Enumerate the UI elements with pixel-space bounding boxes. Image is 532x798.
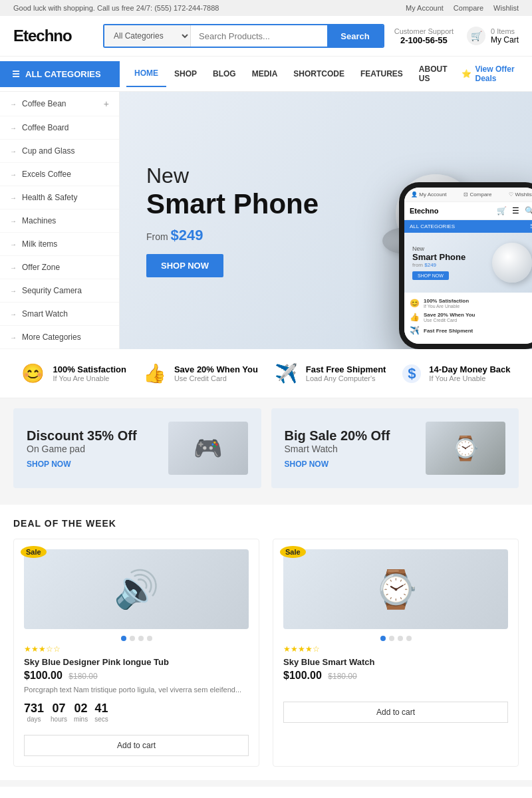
all-categories-button[interactable]: ☰ ALL CATEGORIES bbox=[0, 61, 120, 87]
hero-line1: New bbox=[146, 164, 319, 188]
feature-save-sub: Use Credit Card bbox=[174, 374, 258, 382]
deal-stars-2: ★★★★☆ bbox=[283, 644, 508, 654]
deal-name-2: Sky Blue Smart Watch bbox=[283, 657, 508, 667]
nav-features[interactable]: FEATURES bbox=[352, 61, 411, 86]
phone-hero-section: New Smart Phone from $249 SHOP NOW bbox=[404, 233, 532, 293]
cart-label: My Cart bbox=[491, 35, 519, 45]
dot-2-3 bbox=[398, 636, 403, 641]
category-select[interactable]: All Categories bbox=[104, 25, 191, 47]
feature-money-text: 14-Day Money Back If You Are Unable bbox=[429, 364, 510, 382]
deal-add-cart-btn-1[interactable]: Add to cart bbox=[24, 735, 249, 756]
nav-shop[interactable]: SHOP bbox=[166, 61, 205, 86]
phone-satisfaction-icon: 😊 bbox=[410, 299, 420, 308]
header: Etechno All Categories Search Customer S… bbox=[0, 16, 532, 57]
phone-logo: Etechno bbox=[410, 207, 438, 215]
dot-2-4 bbox=[406, 636, 412, 641]
search-button[interactable]: Search bbox=[327, 25, 382, 47]
phone-menu-icon: ☰ bbox=[512, 206, 519, 215]
phone-header: Etechno 🛒 ☰ 🔍 bbox=[404, 202, 532, 220]
count-hours-num: 07 bbox=[51, 702, 67, 716]
promo-smartwatch-image: ⌚ bbox=[426, 422, 505, 475]
count-days-label: days bbox=[24, 716, 44, 723]
compare-link[interactable]: Compare bbox=[454, 4, 483, 12]
deal-old-price-1: $180.00 bbox=[68, 672, 97, 681]
phone-compare: ⊡ Compare bbox=[464, 192, 491, 198]
support-number: 2-100-56-55 bbox=[394, 35, 454, 45]
nav-media[interactable]: MEDIA bbox=[244, 61, 286, 86]
dot-indicators-2 bbox=[283, 636, 508, 641]
phone-topbar: 👤 My Account ⊡ Compare ♡ Wishlist bbox=[404, 188, 532, 202]
sidebar-item-smart-watch[interactable]: →Smart Watch bbox=[0, 303, 119, 326]
phone-speaker-image bbox=[492, 243, 532, 283]
hero-banner: New Smart Phone From $249 SHOP NOW 👤 My … bbox=[120, 92, 532, 349]
deal-stars-1: ★★★☆☆ bbox=[24, 644, 249, 654]
nav-about[interactable]: ABOUT US bbox=[411, 57, 456, 91]
deal-section-title: DEAL OF THE WEEK bbox=[13, 518, 519, 529]
wishlist-link[interactable]: Wishlist bbox=[493, 4, 519, 12]
sidebar-item-machines[interactable]: →Machines bbox=[0, 209, 119, 233]
deal-add-cart-btn-2[interactable]: Add to cart bbox=[283, 702, 508, 723]
sidebar-item-excels-coffee[interactable]: →Excels Coffee bbox=[0, 163, 119, 186]
phone-ship-title: Fast Free Shipment bbox=[424, 328, 473, 334]
deal-of-week-section: DEAL OF THE WEEK Sale 🔊 ★★★☆☆ Sky Blue D… bbox=[0, 505, 532, 780]
dot-indicators-1 bbox=[24, 636, 249, 641]
deal-price-2: $100.00 bbox=[283, 670, 322, 681]
thumbsup-icon: 👍 bbox=[143, 362, 166, 384]
phone-feature-satisfaction: 😊 100% Satisfaction If You Are Unable bbox=[410, 298, 532, 309]
promo-gamepad-shop[interactable]: SHOP NOW bbox=[27, 460, 137, 469]
feature-ship-title: Fast Free Shipment bbox=[306, 364, 386, 374]
sidebar-item-security-camera[interactable]: →Sequrity Camera bbox=[0, 279, 119, 303]
support-label: Customer Support bbox=[394, 27, 454, 35]
count-mins-label: mins bbox=[74, 716, 88, 723]
sale-badge-1: Sale bbox=[21, 546, 47, 558]
phone-hero-text: New Smart Phone from $249 SHOP NOW bbox=[412, 245, 466, 280]
dot-1-active bbox=[121, 636, 126, 641]
promo-gamepad-discount: Discount 35% Off bbox=[27, 428, 137, 444]
feature-satisfaction: 😊 100% Satisfaction If You Are Unable bbox=[21, 362, 126, 384]
hero-price: From $249 bbox=[146, 227, 319, 244]
feature-satisfaction-title: 100% Satisfaction bbox=[53, 364, 126, 374]
promo-gamepad: Discount 35% Off On Game pad SHOP NOW 🎮 bbox=[13, 408, 261, 488]
sidebar-item-health-safety[interactable]: →Health & Safety bbox=[0, 186, 119, 209]
dot-1-3 bbox=[138, 636, 144, 641]
hero-shop-now-button[interactable]: SHOP NOW bbox=[146, 254, 223, 277]
watch-icon-2: ⌚ bbox=[373, 568, 419, 611]
phone-sat-sub: If You Are Unable bbox=[424, 304, 469, 309]
dot-2-active bbox=[380, 636, 386, 641]
nav-shortcode[interactable]: SHORTCODE bbox=[285, 61, 352, 86]
promo-smartwatch-shop[interactable]: SHOP NOW bbox=[285, 460, 390, 469]
phone-screen: 👤 My Account ⊡ Compare ♡ Wishlist Etechn… bbox=[404, 188, 532, 344]
sidebar-item-more-categories[interactable]: →More Categories bbox=[0, 326, 119, 349]
phone-save-icon: 👍 bbox=[410, 313, 420, 322]
top-bar-right: My Account Compare Wishlist bbox=[406, 4, 519, 12]
deal-desc-1: Porcgraph text Nam tristique porto ligul… bbox=[24, 685, 249, 695]
phone-hero-line2: Smart Phone bbox=[412, 252, 466, 262]
search-input[interactable] bbox=[191, 25, 327, 47]
promo-gamepad-image: 🎮 bbox=[168, 422, 248, 475]
nav-blog[interactable]: BLOG bbox=[205, 61, 244, 86]
deal-grid: Sale 🔊 ★★★☆☆ Sky Blue Designer Pink long… bbox=[13, 539, 519, 767]
promo-section: Discount 35% Off On Game pad SHOP NOW 🎮 … bbox=[0, 398, 532, 498]
search-area: All Categories Search bbox=[103, 24, 384, 48]
deal-img-2: ⌚ bbox=[283, 549, 508, 629]
sidebar-item-coffee-bean[interactable]: →Coffee Bean + bbox=[0, 92, 119, 116]
sidebar-item-coffee-board[interactable]: →Coffee Board bbox=[0, 116, 119, 140]
phone-mockup: 👤 My Account ⊡ Compare ♡ Wishlist Etechn… bbox=[399, 182, 532, 349]
phone-ship-icon: ✈️ bbox=[410, 326, 420, 335]
cart-button[interactable]: 🛒 0 Items My Cart bbox=[467, 27, 519, 45]
count-secs-num: 41 bbox=[94, 702, 108, 716]
my-account-link[interactable]: My Account bbox=[406, 4, 444, 12]
phone-cart-icon: 🛒 bbox=[497, 206, 507, 215]
promo-smartwatch-text: Big Sale 20% Off Smart Watch SHOP NOW bbox=[285, 428, 390, 469]
sidebar-item-milk[interactable]: →Milk items bbox=[0, 233, 119, 256]
sidebar-item-offer-zone[interactable]: →Offer Zone bbox=[0, 256, 119, 279]
view-offer-deals[interactable]: ⭐ View Offer Deals bbox=[462, 65, 532, 83]
nav-home[interactable]: HOME bbox=[126, 61, 166, 87]
dot-1-2 bbox=[130, 636, 135, 641]
sidebar-item-cup-glass[interactable]: →Cup and Glass bbox=[0, 140, 119, 163]
phone-feature-save: 👍 Save 20% When You Use Credit Card bbox=[410, 312, 532, 323]
hamburger-icon: ☰ bbox=[12, 69, 20, 79]
star-icon: ⭐ bbox=[462, 69, 471, 78]
dot-2-2 bbox=[389, 636, 394, 641]
phone-ship-text: Fast Free Shipment bbox=[424, 328, 473, 334]
